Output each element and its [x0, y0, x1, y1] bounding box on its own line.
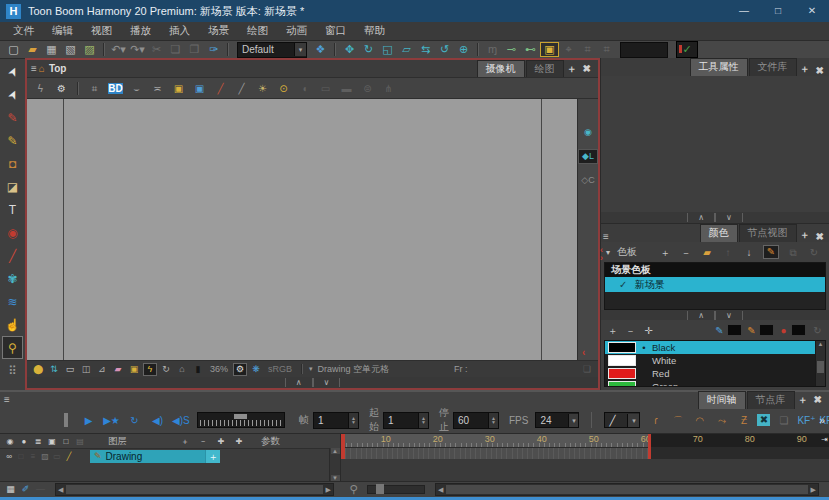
frame-area[interactable]: 102030405060708090 ⇥ [341, 434, 829, 481]
gear-icon[interactable]: ⚙ [52, 81, 71, 96]
add-view-button[interactable]: ＋ [564, 62, 580, 76]
show-strokes-icon[interactable]: ɱ [483, 42, 502, 57]
go-to-end-icon[interactable]: ⇥ [821, 435, 828, 444]
layer-list-scrollbar[interactable]: ▲ ▼ [329, 448, 340, 481]
vector-bitmap-icon[interactable]: ⇅ [47, 362, 61, 377]
colors-column-icon[interactable]: □ [60, 434, 72, 449]
chevron-down-icon[interactable]: ▾ [627, 414, 639, 427]
exposed-frames-strip[interactable] [341, 448, 650, 459]
scroll-thumb[interactable] [66, 485, 322, 494]
cut-icon[interactable]: ✂ [147, 42, 166, 57]
show-hide-all-icon[interactable]: ◉ [4, 434, 16, 449]
split-view-icon[interactable]: ⊜ [358, 81, 377, 96]
onion-after-icon[interactable]: ╱ [232, 81, 251, 96]
White[interactable]: White [605, 354, 816, 367]
save-icon[interactable]: ▦ [42, 42, 61, 57]
playhead[interactable] [341, 434, 345, 459]
focus-tool-icon[interactable]: ⊕ [454, 42, 473, 57]
add-peg-icon[interactable]: ✚ [233, 434, 245, 449]
layer-name-bar[interactable]: ✎ Drawing ＋ [90, 450, 220, 463]
jog-handle[interactable] [234, 414, 247, 419]
clear-ease-icon[interactable]: ✖ [757, 414, 770, 426]
layer-c-icon[interactable]: ◇C [579, 173, 597, 188]
loop-button[interactable]: ↻ [126, 413, 143, 428]
contour-morph-tool[interactable]: ≋ [2, 290, 23, 313]
tool-properties-tab[interactable]: 文件库 [749, 58, 797, 76]
safe-area-icon[interactable]: ▣ [540, 42, 559, 57]
matte-view-icon[interactable]: ◖ [295, 81, 314, 96]
toolbar-icon[interactable] [477, 43, 479, 56]
timeline-tab[interactable]: 时间轴 [698, 391, 746, 409]
onion-before-icon[interactable]: ╱ [211, 81, 230, 96]
zoom-level[interactable]: 36% [210, 364, 228, 374]
layer-data-icon[interactable]: ≡ [28, 449, 38, 464]
link-palette-icon[interactable]: ⧉ [786, 245, 800, 260]
onion-skin-toggle-icon[interactable]: ⊷ [521, 42, 540, 57]
add-drawing-button[interactable]: ＋ [205, 450, 220, 463]
splitter-up-button[interactable]: ∧ [285, 378, 313, 387]
add-view-button[interactable]: ＋ [795, 393, 811, 407]
light-bulb-icon[interactable]: ⬤ [31, 362, 45, 377]
close-view-button[interactable]: ✖ [813, 65, 827, 76]
add-layer-icon[interactable]: ＋ [179, 434, 191, 449]
lock-add-icon[interactable]: ▣ [190, 81, 209, 96]
undo-icon[interactable]: ↶▾ [109, 42, 128, 57]
scroll-right-icon[interactable]: ▶ [809, 486, 818, 494]
camera-mask-icon[interactable]: ⌣ [127, 81, 146, 96]
translate-tool-icon[interactable]: ✥ [340, 42, 359, 57]
fps-dropdown[interactable]: 24 ▾ [535, 412, 579, 428]
splitter-down-button[interactable]: ∨ [715, 311, 743, 320]
zoom-slider-handle[interactable] [376, 484, 384, 494]
workspace-icon[interactable]: ❖ [311, 42, 330, 57]
zoom-eye-icon[interactable]: ◉ [579, 125, 597, 140]
camera-icon[interactable]: ◫ [79, 362, 93, 377]
lock-all-icon[interactable]: ▣ [46, 434, 58, 449]
reset-view-icon[interactable]: ↻ [159, 362, 173, 377]
ease-curve-icon[interactable]: ⤳ [713, 413, 730, 428]
marquee-tool[interactable]: ⠿ [2, 359, 23, 382]
style-colour-swatch[interactable] [759, 324, 774, 336]
style-icon[interactable]: ✎ [745, 323, 758, 338]
close-view-button[interactable]: ✖ [580, 63, 594, 74]
layer-lock-icon[interactable]: ▨ [40, 449, 50, 464]
ease-out-icon[interactable]: ◠ [691, 413, 708, 428]
home-icon[interactable]: ⌂ [39, 63, 45, 74]
align-icon[interactable]: ≍ [148, 81, 167, 96]
solo-mode-icon[interactable]: ● [18, 434, 30, 449]
splitter-down-button[interactable]: ∨ [313, 378, 341, 387]
thumbnails-column-icon[interactable]: ▤ [74, 434, 86, 449]
camera-mask-toggle-icon[interactable]: ⌖ [559, 42, 578, 57]
sound-button[interactable]: ◀) [149, 413, 166, 428]
add-view-button[interactable]: ＋ [797, 228, 813, 242]
menu-item[interactable]: 文件 [4, 24, 43, 38]
twelve-field-grid-icon[interactable]: ⌗ [597, 42, 616, 57]
menu-item[interactable]: 插入 [160, 24, 199, 38]
layer-color-icon[interactable]: ▭ [52, 449, 62, 464]
menu-item[interactable]: 编辑 [43, 24, 82, 38]
play-button[interactable]: ▶ [80, 413, 97, 428]
bg-color-swatch[interactable]: ▮ [191, 362, 205, 377]
menu-item[interactable]: 播放 [121, 24, 160, 38]
camera-canvas[interactable] [27, 99, 577, 360]
camera-tab[interactable]: 绘图 [526, 60, 564, 78]
palette-row[interactable]: ✓ 新场景 [605, 277, 825, 292]
light-table-toggle-icon[interactable]: ⊸ [502, 42, 521, 57]
stamp-tool[interactable]: ◘ [2, 152, 23, 175]
menu-item[interactable]: 场景 [199, 24, 238, 38]
text-tool[interactable]: T [2, 198, 23, 221]
splitter-down-button[interactable]: ∨ [715, 213, 743, 222]
chevron-down-icon[interactable]: ▾ [294, 43, 306, 56]
field-grid-icon[interactable]: ⌗ [578, 42, 597, 57]
open-scene-icon[interactable]: ▰ [23, 42, 42, 57]
copy-icon[interactable]: ❏ [166, 42, 185, 57]
menu-item[interactable]: 视图 [82, 24, 121, 38]
tool-preset-dropdown[interactable]: Default ▾ [237, 42, 307, 58]
paint-tool[interactable]: ◉ [2, 221, 23, 244]
bd-badge-icon[interactable]: BD [108, 83, 123, 94]
frame-ruler[interactable]: 102030405060708090 ⇥ [341, 434, 829, 448]
panel-menu-icon[interactable]: ≡ [4, 394, 10, 405]
close-button[interactable]: ✕ [795, 0, 829, 22]
paste-icon[interactable]: ❐ [185, 42, 204, 57]
spinner-arrows[interactable]: ▲▼ [348, 413, 358, 428]
chevron-down-icon[interactable]: ▾ [606, 248, 610, 257]
